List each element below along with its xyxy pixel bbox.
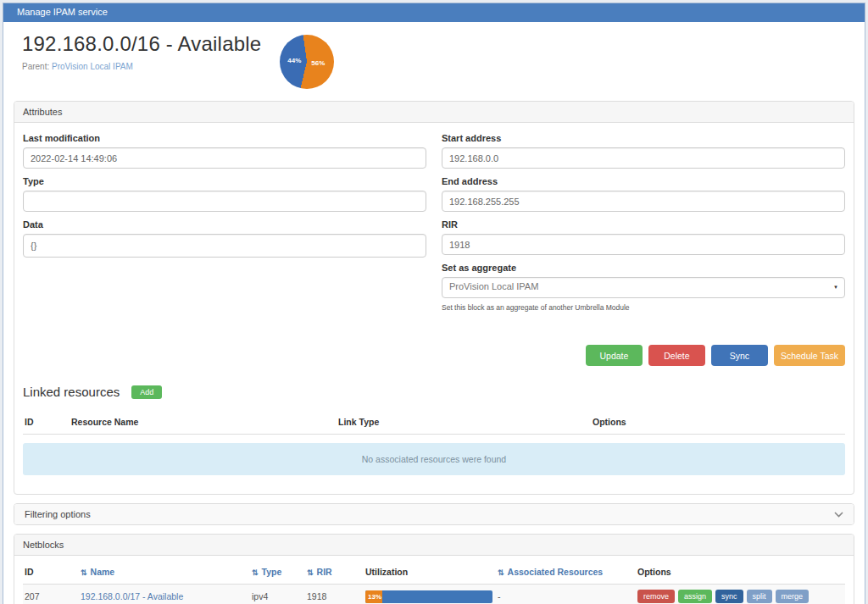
sort-icon: ⇅ — [81, 568, 87, 577]
table-row: 207 192.168.0.0/17 - Available ipv4 1918… — [23, 585, 845, 604]
breadcrumb: Parent: ProVision Local IPAM — [22, 62, 261, 71]
type-field[interactable] — [23, 191, 426, 212]
manage-ipam-dialog: Manage IPAM service 192.168.0.0/16 - Ava… — [3, 3, 865, 604]
netblocks-col-utilization: Utilization — [364, 561, 496, 585]
netblocks-col-id: ID — [23, 561, 79, 585]
merge-button[interactable]: merge — [776, 590, 810, 603]
data-label: Data — [23, 219, 426, 230]
netblocks-table: ID ⇅Name ⇅Type ⇅RIR Utilization ⇅Associa… — [23, 561, 845, 604]
schedule-task-button[interactable]: Schedule Task — [774, 345, 845, 366]
sort-icon: ⇅ — [498, 568, 504, 577]
end-address-field[interactable] — [442, 191, 845, 212]
filtering-options-panel[interactable]: Filtering options — [14, 503, 854, 525]
netblock-rir: 1918 — [305, 585, 364, 604]
attributes-panel: Attributes Last modification Type Data — [14, 101, 854, 495]
netblocks-col-associated[interactable]: ⇅Associated Resources — [496, 561, 636, 585]
utilization-bar: 13% — [365, 590, 492, 603]
linked-resources-title: Linked resources — [23, 385, 120, 399]
chevron-down-icon[interactable] — [834, 512, 843, 518]
utilization-value: 13% — [368, 590, 381, 603]
update-button[interactable]: Update — [586, 345, 643, 366]
page-title: 192.168.0.0/16 - Available — [22, 32, 261, 56]
type-label: Type — [23, 176, 426, 186]
aggregate-label: Set as aggregate — [442, 263, 845, 273]
add-resource-button[interactable]: Add — [131, 385, 162, 399]
assign-button[interactable]: assign — [678, 590, 712, 603]
no-resources-alert: No associated resources were found — [23, 443, 845, 475]
netblocks-col-type[interactable]: ⇅Type — [250, 561, 305, 585]
netblocks-col-rir[interactable]: ⇅RIR — [305, 561, 364, 585]
pie-label-free: 44% — [287, 57, 301, 64]
netblock-name-link[interactable]: 192.168.0.0/17 - Available — [81, 591, 183, 601]
sync-row-button[interactable]: sync — [715, 590, 743, 603]
split-button[interactable]: split — [747, 590, 772, 603]
sort-icon: ⇅ — [307, 568, 314, 577]
dialog-titlebar: Manage IPAM service — [3, 3, 865, 22]
netblock-type: ipv4 — [250, 585, 305, 604]
last-modification-label: Last modification — [23, 133, 426, 143]
data-field[interactable] — [23, 234, 426, 258]
parent-label: Parent: — [22, 62, 49, 71]
rir-label: RIR — [442, 219, 845, 230]
linked-col-link-type: Link Type — [337, 411, 591, 435]
aggregate-selected-value: ProVision Local IPAM — [442, 277, 845, 298]
netblock-id: 207 — [23, 585, 79, 604]
rir-field[interactable] — [442, 234, 845, 255]
netblocks-col-options: Options — [636, 561, 845, 585]
utilization-pie-wrap: 44% 56% — [280, 35, 334, 89]
action-button-row: Update Delete Sync Schedule Task — [23, 345, 845, 366]
dialog-title: Manage IPAM service — [17, 7, 108, 17]
aggregate-select[interactable]: ProVision Local IPAM ▼ — [442, 277, 845, 298]
netblock-associated: - — [496, 585, 636, 604]
parent-link[interactable]: ProVision Local IPAM — [52, 62, 133, 71]
linked-col-options: Options — [591, 411, 845, 435]
last-modification-field[interactable] — [23, 147, 426, 169]
netblocks-col-name[interactable]: ⇅Name — [79, 561, 250, 585]
linked-col-resource-name: Resource Name — [70, 411, 337, 435]
netblocks-header-row: ID ⇅Name ⇅Type ⇅RIR Utilization ⇅Associa… — [23, 561, 845, 585]
start-address-field[interactable] — [442, 147, 845, 169]
linked-col-id: ID — [23, 411, 70, 435]
netblocks-panel-heading: Netblocks — [14, 535, 854, 556]
start-address-label: Start address — [442, 133, 845, 143]
pie-label-used: 56% — [311, 59, 325, 67]
sync-button[interactable]: Sync — [711, 345, 768, 366]
linked-resources-table: ID Resource Name Link Type Options — [23, 411, 845, 435]
filtering-options-title: Filtering options — [25, 509, 91, 519]
attributes-panel-heading: Attributes — [14, 102, 854, 123]
linked-resources-header: Linked resources Add — [23, 385, 845, 399]
end-address-label: End address — [442, 176, 845, 186]
netblocks-panel: Netblocks ID ⇅Name ⇅Type ⇅RIR Utilizatio… — [14, 534, 854, 604]
remove-button[interactable]: remove — [637, 590, 675, 603]
page-header: 192.168.0.0/16 - Available Parent: ProVi… — [3, 22, 865, 92]
aggregate-help-text: Set this block as an aggregate of anothe… — [442, 303, 845, 312]
attributes-form: Last modification Type Data Start addres… — [23, 133, 845, 319]
netblock-options: remove assign sync split merge — [637, 590, 843, 603]
delete-button[interactable]: Delete — [648, 345, 705, 366]
sort-icon: ⇅ — [252, 568, 259, 577]
